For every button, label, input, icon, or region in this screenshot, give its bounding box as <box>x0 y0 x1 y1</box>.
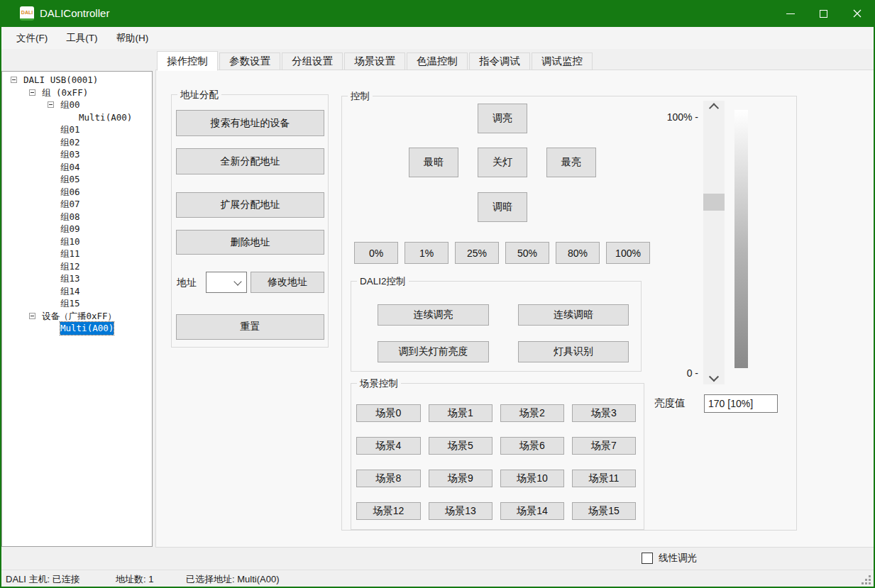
address-combobox[interactable] <box>206 272 247 293</box>
tree-item[interactable]: 组 (0xFF) <box>2 87 152 99</box>
collapse-icon[interactable] <box>11 77 17 83</box>
tree-item[interactable]: 组12 <box>2 260 152 273</box>
tree-item[interactable]: 组03 <box>2 148 152 161</box>
reset-button[interactable]: 重置 <box>176 314 324 340</box>
device-tree[interactable]: DALI USB(0001)组 (0xFF)组00Multi(A00)组01组0… <box>1 71 153 547</box>
slider-max-label: 100% - <box>647 111 698 123</box>
chevron-down-icon <box>709 372 719 382</box>
tab-item[interactable]: 色温控制 <box>407 52 468 70</box>
tab-item[interactable]: 分组设置 <box>282 52 343 70</box>
brightness-gradient-bar <box>734 110 748 368</box>
lamp-identify-button[interactable]: 灯具识别 <box>518 341 629 362</box>
tree-item[interactable]: 组10 <box>2 235 152 248</box>
tree-item-label: DALI USB(0001) <box>23 74 98 87</box>
scrollbar-thumb[interactable] <box>703 194 725 211</box>
scene-button[interactable]: 场景9 <box>429 470 492 487</box>
menu-item[interactable]: 工具(T) <box>57 27 106 49</box>
status-address-count: 地址数: 1 <box>116 573 153 586</box>
brightest-button[interactable]: 最亮 <box>546 148 596 177</box>
control-group: 控制 调亮 最暗 关灯 最亮 调暗 0%1%25%50%80%100% DALI… <box>341 96 797 531</box>
tree-item-label: 组11 <box>60 248 80 260</box>
tab-item[interactable]: 操作控制 <box>157 51 218 71</box>
tree-item[interactable]: 组01 <box>2 123 152 136</box>
percent-button[interactable]: 100% <box>606 242 650 264</box>
linear-dimming-row: 线性调光 <box>642 552 697 565</box>
tree-item[interactable]: 组04 <box>2 161 152 174</box>
continuous-darken-button[interactable]: 连续调暗 <box>518 304 629 326</box>
delete-address-button[interactable]: 删除地址 <box>176 230 324 255</box>
percent-button[interactable]: 1% <box>405 242 448 264</box>
collapse-icon[interactable] <box>29 313 35 319</box>
menu-item[interactable]: 帮助(H) <box>107 27 158 49</box>
search-addressed-devices-button[interactable]: 搜索有地址的设备 <box>176 110 324 136</box>
percent-button[interactable]: 0% <box>354 242 398 264</box>
tab-item[interactable]: 调试监控 <box>532 52 593 70</box>
close-button[interactable] <box>840 0 874 27</box>
tree-item[interactable]: DALI USB(0001) <box>2 74 152 87</box>
tree-item[interactable]: Multi(A00) <box>2 322 152 335</box>
light-off-button[interactable]: 关灯 <box>478 148 527 177</box>
tree-item[interactable]: 组08 <box>2 211 152 223</box>
scene-button[interactable]: 场景6 <box>500 437 564 455</box>
tab-item[interactable]: 指令调试 <box>469 52 530 70</box>
title-bar: DALI DALIController <box>0 0 875 27</box>
maximize-button[interactable] <box>807 0 840 27</box>
percent-button[interactable]: 25% <box>455 242 499 264</box>
scene-button[interactable]: 场景12 <box>356 502 421 520</box>
tree-item[interactable]: 组05 <box>2 173 152 186</box>
brightness-value-field[interactable]: 170 [10%] <box>704 394 778 413</box>
tree-item-label: 组13 <box>60 272 80 285</box>
tree-item[interactable]: 组00 <box>2 99 152 111</box>
scene-button[interactable]: 场景14 <box>500 502 564 520</box>
tree-item[interactable]: 设备（广播0xFF） <box>2 310 152 323</box>
tab-item[interactable]: 参数设置 <box>219 52 280 70</box>
tree-item-label: 组09 <box>60 223 80 235</box>
assign-new-address-button[interactable]: 全新分配地址 <box>176 148 324 174</box>
status-selected-address: 已选择地址: Multi(A00) <box>186 573 279 586</box>
continuous-brighten-button[interactable]: 连续调亮 <box>378 304 489 326</box>
brighten-button[interactable]: 调亮 <box>478 104 527 133</box>
tree-item[interactable]: 组07 <box>2 198 152 211</box>
scene-button[interactable]: 场景11 <box>572 470 636 487</box>
scene-button[interactable]: 场景3 <box>572 404 636 422</box>
scene-button[interactable]: 场景7 <box>572 437 636 455</box>
collapse-icon[interactable] <box>48 101 54 108</box>
scene-button[interactable]: 场景8 <box>356 470 421 487</box>
scene-button[interactable]: 场景13 <box>429 502 492 520</box>
linear-dimming-checkbox[interactable] <box>642 553 653 564</box>
minimize-button[interactable] <box>774 0 807 27</box>
goto-last-level-button[interactable]: 调到关灯前亮度 <box>378 341 489 362</box>
scene-button[interactable]: 场景4 <box>356 437 421 455</box>
scene-button[interactable]: 场景10 <box>500 470 564 487</box>
tree-item[interactable]: 组02 <box>2 136 152 149</box>
tree-item-label: 组12 <box>60 260 80 273</box>
tree-item[interactable]: 组15 <box>2 297 152 310</box>
scene-button[interactable]: 场景5 <box>429 437 492 455</box>
tree-item[interactable]: 组14 <box>2 285 152 298</box>
tree-item[interactable]: Multi(A00) <box>2 111 152 124</box>
darken-button[interactable]: 调暗 <box>478 192 527 222</box>
percent-button[interactable]: 50% <box>505 242 549 264</box>
resize-grip[interactable] <box>862 576 871 584</box>
percent-button[interactable]: 80% <box>556 242 600 264</box>
tree-item[interactable]: 组06 <box>2 186 152 199</box>
modify-address-button[interactable]: 修改地址 <box>251 272 324 293</box>
scene-button[interactable]: 场景2 <box>500 404 564 422</box>
menu-item[interactable]: 文件(F) <box>7 27 57 49</box>
tree-item-label: 组04 <box>60 161 80 174</box>
tab-item[interactable]: 场景设置 <box>344 52 405 70</box>
scroll-down-button[interactable] <box>703 372 725 384</box>
dali2-group-title: DALI2控制 <box>357 275 409 287</box>
extend-assign-address-button[interactable]: 扩展分配地址 <box>176 192 324 218</box>
tree-item-label: 组14 <box>60 285 80 298</box>
dimmest-button[interactable]: 最暗 <box>409 148 458 177</box>
collapse-icon[interactable] <box>29 89 35 96</box>
tree-item[interactable]: 组11 <box>2 248 152 260</box>
scene-button[interactable]: 场景15 <box>572 502 636 520</box>
brightness-scrollbar[interactable] <box>703 101 725 384</box>
scroll-up-button[interactable] <box>703 101 725 113</box>
scene-button[interactable]: 场景0 <box>356 404 421 422</box>
scene-button[interactable]: 场景1 <box>429 404 492 422</box>
tree-item[interactable]: 组09 <box>2 223 152 235</box>
tree-item[interactable]: 组13 <box>2 272 152 285</box>
